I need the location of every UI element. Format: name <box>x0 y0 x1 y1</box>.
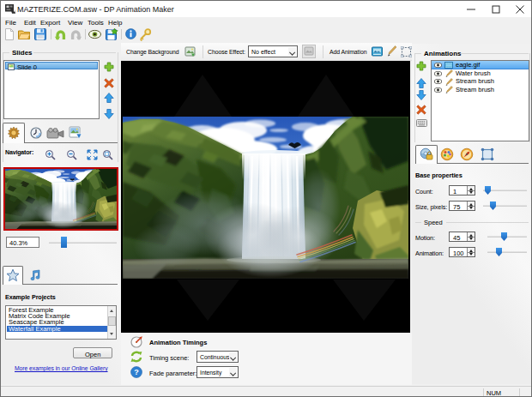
svg-text:?: ? <box>134 368 139 376</box>
